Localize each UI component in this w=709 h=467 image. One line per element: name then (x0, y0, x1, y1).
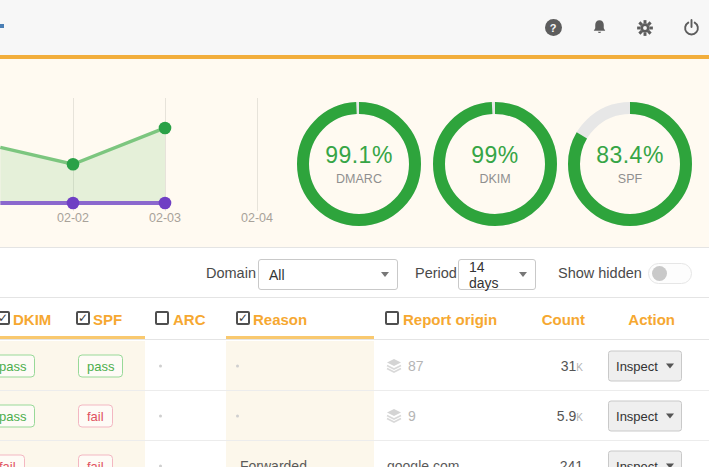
dkim-label: DKIM (479, 172, 510, 186)
dkim-percentage: 99% (471, 142, 519, 169)
dkim-status-badge: fail (0, 454, 25, 467)
inspect-caret-icon[interactable] (666, 413, 674, 418)
count-cell: 31K (561, 358, 583, 374)
inspect-button-label: Inspect (616, 458, 658, 467)
period-select[interactable]: 14 days (458, 259, 536, 290)
inspect-button-label: Inspect (616, 358, 658, 373)
empty-value-dot (159, 364, 162, 367)
layers-icon (386, 359, 402, 373)
domain-select-value: All (269, 267, 285, 283)
layers-icon (386, 409, 402, 423)
logo-fragment (0, 24, 4, 28)
spf-status-badge: fail (78, 454, 113, 467)
origin-count: 9 (408, 408, 416, 424)
show-hidden-toggle[interactable] (648, 263, 692, 284)
dmarc-percentage: 99.1% (325, 142, 393, 169)
x-tick-label: 02-04 (225, 211, 289, 225)
selected-columns-underline (0, 336, 145, 339)
show-hidden-label: Show hidden (558, 265, 642, 281)
period-select-value: 14 days (469, 259, 511, 291)
inspect-button[interactable]: Inspect (608, 350, 682, 381)
count-cell: 5.9K (557, 408, 583, 424)
spf-status-badge: fail (78, 404, 113, 427)
empty-value-dot (159, 414, 162, 417)
x-tick-label: 02-03 (133, 211, 197, 225)
empty-value-dot (236, 414, 239, 417)
column-header-spf: SPF (93, 311, 122, 328)
report-origin-cell: google.com (387, 458, 459, 467)
report-origin-cell: 9 (386, 408, 416, 424)
column-checkbox-report-origin[interactable] (385, 311, 399, 325)
spf-donut-gauge: 83.4% SPF (566, 100, 694, 228)
domain-filter-label: Domain (206, 265, 256, 281)
volume-area-chart (0, 59, 290, 229)
toggle-knob (652, 266, 667, 281)
overview-charts: 02-02 02-03 02-04 99.1% DMARC 99% DKIM (0, 59, 709, 247)
report-table-body: pass pass 87 31K Inspect pass fail 9 5 (0, 341, 709, 467)
dmarc-donut-gauge: 99.1% DMARC (295, 100, 423, 228)
period-filter-label: Period (415, 265, 457, 281)
selected-columns-underline (226, 336, 374, 339)
inspect-caret-icon[interactable] (666, 463, 674, 467)
x-tick-label: 02-02 (41, 211, 105, 225)
dkim-status-badge: pass (0, 354, 35, 377)
help-question-glyph: ? (545, 19, 562, 36)
reason-cell: Forwarded (240, 458, 307, 467)
column-header-reason: Reason (253, 311, 307, 328)
inspect-caret-icon[interactable] (666, 363, 674, 368)
column-header-action: Action (595, 311, 675, 328)
count-cell: 241 (560, 458, 583, 467)
dmarc-label: DMARC (336, 172, 382, 186)
table-row: pass pass 87 31K Inspect (0, 341, 709, 391)
table-row: fail fail Forwarded google.com 241 Inspe… (0, 441, 709, 467)
table-row: pass fail 9 5.9K Inspect (0, 391, 709, 441)
empty-value-dot (236, 364, 239, 367)
dmarc-dashboard: ? (0, 0, 709, 467)
column-header-report-origin: Report origin (403, 311, 497, 328)
column-checkbox-arc[interactable] (155, 311, 169, 325)
spf-label: SPF (618, 172, 642, 186)
column-checkbox-reason[interactable] (236, 311, 250, 325)
spf-percentage: 83.4% (596, 142, 664, 169)
spf-status-badge: pass (78, 354, 123, 377)
inspect-button-label: Inspect (616, 408, 658, 423)
help-icon[interactable]: ? (543, 18, 563, 38)
topbar: ? (0, 0, 709, 55)
report-origin-cell: 87 (386, 358, 424, 374)
inspect-button[interactable]: Inspect (608, 400, 682, 431)
report-table-header: DKIM SPF ARC Reason Report origin Count … (0, 299, 709, 340)
domain-select[interactable]: All (258, 259, 398, 290)
notifications-bell-icon[interactable] (589, 18, 609, 38)
settings-gear-icon[interactable] (635, 18, 655, 38)
topbar-icons: ? (543, 0, 701, 55)
column-header-arc: ARC (173, 311, 206, 328)
chevron-down-icon (519, 272, 527, 277)
filter-bar: Domain All Period 14 days Show hidden (0, 247, 709, 298)
column-checkbox-spf[interactable] (76, 311, 90, 325)
column-header-dkim: DKIM (13, 311, 51, 328)
chevron-down-icon (381, 272, 389, 277)
dkim-donut-gauge: 99% DKIM (431, 100, 559, 228)
dkim-status-badge: pass (0, 404, 35, 427)
column-checkbox-dkim[interactable] (0, 311, 10, 325)
column-header-count: Count (505, 311, 585, 328)
origin-count: 87 (408, 358, 424, 374)
logout-power-icon[interactable] (681, 18, 701, 38)
inspect-button[interactable]: Inspect (608, 450, 682, 467)
